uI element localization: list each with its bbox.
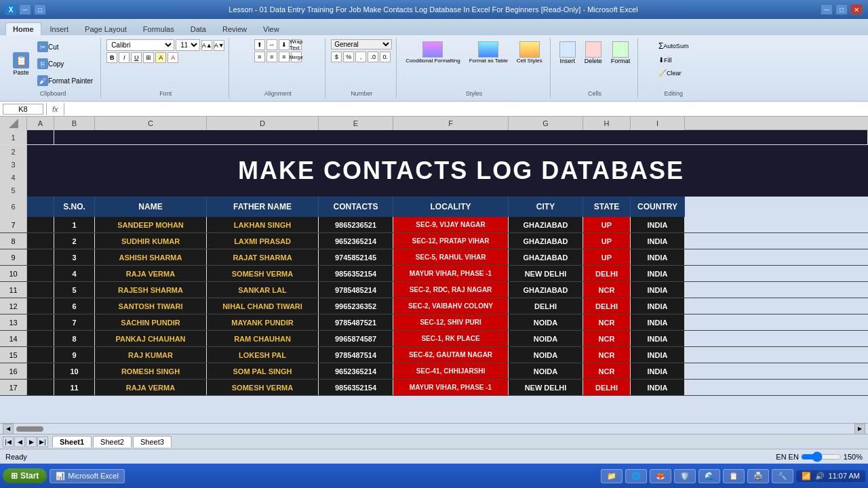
cell-a6[interactable]: [27, 197, 54, 217]
cell-c12[interactable]: SANTOSH TIWARI: [95, 298, 207, 314]
scroll-right-button[interactable]: ▶: [854, 424, 865, 434]
decrease-decimal-button[interactable]: 0.: [380, 52, 391, 62]
row-header-14[interactable]: 14: [0, 331, 27, 346]
header-name[interactable]: NAME: [95, 197, 207, 217]
cell-d8[interactable]: LAXMI PRASAD: [207, 233, 319, 249]
cell-a16[interactable]: [27, 363, 54, 379]
cell-f15[interactable]: SEC-62, GAUTAM NAGAR: [393, 347, 509, 363]
cell-g16[interactable]: NOIDA: [509, 363, 583, 379]
cell-b8[interactable]: 2: [54, 233, 95, 249]
cell-a13[interactable]: [27, 314, 54, 330]
cell-h15[interactable]: NCR: [583, 347, 631, 363]
col-header-h[interactable]: H: [583, 117, 631, 130]
row-header-15[interactable]: 15: [0, 347, 27, 363]
cell-i9[interactable]: INDIA: [631, 249, 685, 265]
taskbar-browser1[interactable]: 🌐: [625, 469, 647, 483]
header-locality[interactable]: LOCALITY: [393, 197, 509, 217]
cell-b7[interactable]: 1: [54, 217, 95, 232]
cell-d12[interactable]: NIHAL CHAND TIWARI: [207, 298, 319, 314]
tab-view[interactable]: View: [256, 22, 287, 35]
taskbar-notes[interactable]: 📋: [723, 469, 745, 483]
cell-f11[interactable]: SEC-2, RDC, RAJ NAGAR: [393, 282, 509, 298]
cell-e7[interactable]: 9865236521: [319, 217, 393, 232]
underline-button[interactable]: U: [131, 52, 142, 63]
currency-button[interactable]: $: [331, 52, 342, 62]
cell-f9[interactable]: SEC-5, RAHUL VIHAR: [393, 249, 509, 265]
insert-cells-button[interactable]: Insert: [556, 39, 579, 66]
decrease-font-button[interactable]: A▼: [214, 40, 224, 51]
cell-i11[interactable]: INDIA: [631, 282, 685, 298]
comma-button[interactable]: ,: [355, 52, 366, 62]
cell-d16[interactable]: SOM PAL SINGH: [207, 363, 319, 379]
cell-h12[interactable]: DELHI: [583, 298, 631, 314]
cell-c13[interactable]: SACHIN PUNDIR: [95, 314, 207, 330]
row-header-16[interactable]: 16: [0, 363, 27, 379]
cell-e8[interactable]: 9652365214: [319, 233, 393, 249]
align-bottom-button[interactable]: ⬇: [279, 39, 290, 50]
tab-home[interactable]: Home: [5, 22, 41, 35]
cell-b12[interactable]: 6: [54, 298, 95, 314]
font-name-select[interactable]: Calibri: [106, 39, 174, 51]
window-restore-button[interactable]: □: [835, 4, 848, 15]
cell-h10[interactable]: DELHI: [583, 266, 631, 281]
tab-formulas[interactable]: Formulas: [136, 22, 182, 35]
cell-g11[interactable]: GHAZIABAD: [509, 282, 583, 298]
prev-sheet-button[interactable]: ◀: [14, 436, 25, 447]
tab-insert[interactable]: Insert: [43, 22, 77, 35]
tab-page-layout[interactable]: Page Layout: [77, 22, 134, 35]
cell-c9[interactable]: ASHISH SHARMA: [95, 249, 207, 265]
taskbar-folder[interactable]: 📁: [601, 469, 623, 483]
cell-d15[interactable]: LOKESH PAL: [207, 347, 319, 363]
formula-input[interactable]: [67, 105, 865, 113]
copy-button[interactable]: ⎘ Copy: [34, 56, 96, 72]
cell-b10[interactable]: 4: [54, 266, 95, 281]
cell-h11[interactable]: NCR: [583, 282, 631, 298]
row-header-17[interactable]: 17: [0, 380, 27, 395]
zoom-slider[interactable]: [801, 451, 842, 462]
cell-g15[interactable]: NOIDA: [509, 347, 583, 363]
header-contacts[interactable]: CONTACTS: [319, 197, 393, 217]
increase-font-button[interactable]: A▲: [201, 40, 212, 51]
cell-e16[interactable]: 9652365214: [319, 363, 393, 379]
percent-button[interactable]: %: [343, 52, 354, 62]
cell-f17[interactable]: MAYUR VIHAR, PHASE -1: [393, 380, 509, 395]
cell-d9[interactable]: RAJAT SHARMA: [207, 249, 319, 265]
cell-c16[interactable]: ROMESH SINGH: [95, 363, 207, 379]
cell-a14[interactable]: [27, 331, 54, 346]
cell-h17[interactable]: DELHI: [583, 380, 631, 395]
cell-e17[interactable]: 9856352154: [319, 380, 393, 395]
cell-g14[interactable]: NOIDA: [509, 331, 583, 346]
row-header-2[interactable]: 2: [0, 145, 27, 158]
cell-i10[interactable]: INDIA: [631, 266, 685, 281]
cell-g7[interactable]: GHAZIABAD: [509, 217, 583, 232]
col-header-a[interactable]: A: [27, 117, 54, 130]
cell-c11[interactable]: RAJESH SHARMA: [95, 282, 207, 298]
row-header-13[interactable]: 13: [0, 314, 27, 330]
cell-g10[interactable]: NEW DELHI: [509, 266, 583, 281]
cell-a15[interactable]: [27, 347, 54, 363]
tab-data[interactable]: Data: [183, 22, 214, 35]
cell-e11[interactable]: 9785485214: [319, 282, 393, 298]
cell-i7[interactable]: INDIA: [631, 217, 685, 232]
cell-d7[interactable]: LAKHAN SINGH: [207, 217, 319, 232]
next-sheet-button[interactable]: ▶: [26, 436, 37, 447]
cell-i12[interactable]: INDIA: [631, 298, 685, 314]
cell-c14[interactable]: PANKAJ CHAUHAN: [95, 331, 207, 346]
cell-b15[interactable]: 9: [54, 347, 95, 363]
window-minimize-button[interactable]: ─: [821, 4, 833, 15]
cell-b17[interactable]: 11: [54, 380, 95, 395]
cut-button[interactable]: ✂ Cut: [34, 39, 96, 55]
cell-g13[interactable]: NOIDA: [509, 314, 583, 330]
row-header-10[interactable]: 10: [0, 266, 27, 281]
taskbar-browser2[interactable]: 🦊: [650, 469, 671, 483]
cell-a11[interactable]: [27, 282, 54, 298]
cell-e13[interactable]: 9785487521: [319, 314, 393, 330]
cell-g17[interactable]: NEW DELHI: [509, 380, 583, 395]
cell-g8[interactable]: GHAZIABAD: [509, 233, 583, 249]
cell-styles-button[interactable]: Cell Styles: [513, 39, 546, 66]
row-header-8[interactable]: 8: [0, 233, 27, 249]
cell-f14[interactable]: SEC-1, RK PLACE: [393, 331, 509, 346]
scroll-left-button[interactable]: ◀: [3, 424, 14, 434]
header-country[interactable]: COUNTRY: [631, 197, 685, 217]
tab-review[interactable]: Review: [215, 22, 254, 35]
